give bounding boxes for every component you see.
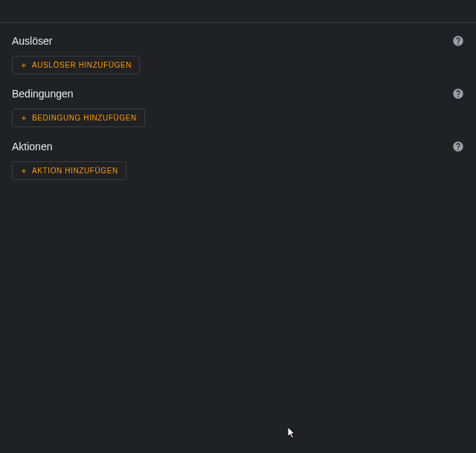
cursor-icon: [288, 427, 297, 442]
automation-editor: Auslöser AUSLÖSER HINZUFÜGEN Bedingungen: [0, 23, 476, 205]
add-trigger-label: AUSLÖSER HINZUFÜGEN: [32, 61, 132, 69]
conditions-title: Bedingungen: [12, 88, 74, 100]
plus-icon: [20, 62, 28, 69]
add-condition-label: BEDINGUNG HINZUFÜGEN: [32, 114, 137, 122]
triggers-section: Auslöser AUSLÖSER HINZUFÜGEN: [12, 35, 464, 74]
conditions-header: Bedingungen: [12, 88, 464, 100]
add-condition-button[interactable]: BEDINGUNG HINZUFÜGEN: [12, 109, 145, 127]
add-trigger-button[interactable]: AUSLÖSER HINZUFÜGEN: [12, 56, 140, 74]
top-divider: [0, 0, 476, 23]
help-icon[interactable]: [452, 35, 464, 47]
actions-header: Aktionen: [12, 141, 464, 152]
help-icon[interactable]: [452, 141, 464, 152]
add-action-button[interactable]: AKTION HINZUFÜGEN: [12, 161, 126, 180]
triggers-header: Auslöser: [12, 35, 464, 47]
actions-title: Aktionen: [12, 141, 52, 152]
plus-icon: [20, 167, 28, 175]
triggers-title: Auslöser: [12, 35, 52, 47]
add-action-label: AKTION HINZUFÜGEN: [32, 167, 118, 175]
plus-icon: [20, 115, 28, 122]
conditions-section: Bedingungen BEDINGUNG HINZUFÜGEN: [12, 88, 464, 127]
actions-section: Aktionen AKTION HINZUFÜGEN: [12, 141, 464, 180]
help-icon[interactable]: [452, 88, 464, 100]
